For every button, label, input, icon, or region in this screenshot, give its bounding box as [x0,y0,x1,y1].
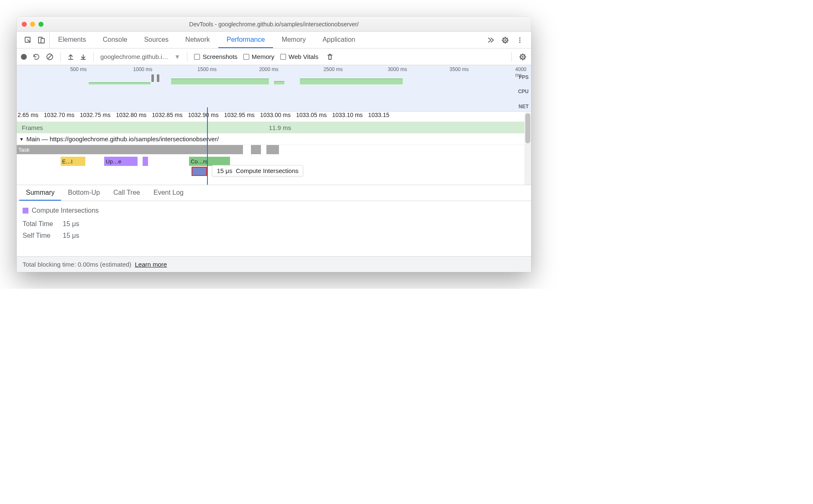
tab-console[interactable]: Console [95,32,136,48]
maximize-icon[interactable] [38,22,43,27]
frames-row[interactable]: Frames 11.9 ms [17,122,531,133]
devtools-tabstrip: Elements Console Sources Network Perform… [17,32,531,48]
svg-point-4 [519,39,520,41]
flame-task[interactable]: Task [17,145,243,154]
memory-checkbox[interactable]: Memory [243,53,274,60]
svg-rect-2 [41,38,44,43]
traffic-lights [17,22,49,27]
tab-performance[interactable]: Performance [218,32,274,48]
main-thread-label: Main — https://googlechrome.github.io/sa… [26,135,219,143]
net-label: NET [519,104,531,109]
frames-label: Frames [17,124,48,131]
trash-icon[interactable] [327,53,333,61]
flame-event[interactable]: Co…rs [189,157,230,166]
kebab-menu-icon[interactable] [516,36,524,44]
summary-event-name: Compute Intersections [32,207,99,214]
device-toggle-icon[interactable] [38,36,45,44]
tab-application[interactable]: Application [314,32,363,48]
inspect-icon[interactable] [24,36,32,44]
overview-pane[interactable]: 500 ms 1000 ms 1500 ms 2000 ms 2500 ms 3… [17,65,531,112]
gear-icon[interactable] [519,53,527,61]
main-thread-header[interactable]: ▼ Main — https://googlechrome.github.io/… [17,133,531,145]
minimize-icon[interactable] [30,22,35,27]
performance-toolbar: googlechrome.github.i… ▼ Screenshots Mem… [17,48,531,65]
footer-bar: Total blocking time: 0.00ms (estimated) … [17,256,531,272]
tab-sources[interactable]: Sources [136,32,177,48]
disclosure-triangle-icon[interactable]: ▼ [19,137,24,142]
tab-event-log[interactable]: Event Log [147,185,190,201]
summary-panel: Compute Intersections Total Time15 μs Se… [17,201,531,256]
detail-ruler: 2.65 ms1032.70 ms1032.75 ms1032.80 ms103… [17,112,531,122]
tab-memory[interactable]: Memory [273,32,314,48]
self-time-value: 15 μs [63,232,79,239]
cpu-label: CPU [518,89,531,94]
tab-elements[interactable]: Elements [50,32,95,48]
flame-chart[interactable]: Task E…l Up…e Co…rs 15 μs Compute Inters… [17,145,531,185]
gear-icon[interactable] [501,36,509,44]
webvitals-checkbox[interactable]: Web Vitals [280,53,318,60]
flame-task[interactable] [251,145,261,154]
tab-network[interactable]: Network [177,32,218,48]
scrollbar-thumb[interactable] [525,113,530,143]
devtools-window: DevTools - googlechrome.github.io/sample… [17,17,531,272]
close-icon[interactable] [22,22,27,27]
screenshots-checkbox[interactable]: Screenshots [194,53,237,60]
detail-tabs: Summary Bottom-Up Call Tree Event Log [17,185,531,201]
self-time-label: Self Time [23,232,57,239]
profile-selector[interactable]: googlechrome.github.i… [100,53,169,60]
flame-event[interactable] [143,157,148,166]
total-time-label: Total Time [23,220,57,228]
overview-ruler: 500 ms 1000 ms 1500 ms 2000 ms 2500 ms 3… [17,65,531,74]
chevron-right-icon[interactable] [487,36,494,44]
reload-icon[interactable] [33,53,40,61]
flame-event[interactable]: Up…e [104,157,138,166]
flame-tooltip: 15 μs Compute Intersections [212,165,303,176]
svg-point-5 [519,41,520,43]
tab-call-tree[interactable]: Call Tree [107,185,147,201]
clear-icon[interactable] [46,53,54,61]
tab-bottom-up[interactable]: Bottom-Up [61,185,106,201]
flame-event[interactable]: E…l [61,157,85,166]
total-time-value: 15 μs [63,220,79,228]
event-color-swatch [23,208,28,214]
flame-event-selected[interactable] [192,167,207,176]
learn-more-link[interactable]: Learn more [135,261,167,268]
download-icon[interactable] [80,53,87,60]
upload-icon[interactable] [67,53,74,60]
flame-task[interactable] [266,145,279,154]
titlebar: DevTools - googlechrome.github.io/sample… [17,17,531,32]
window-title: DevTools - googlechrome.github.io/sample… [17,21,531,28]
playhead-line [207,107,208,185]
record-button[interactable] [21,54,27,60]
svg-point-3 [519,37,520,38]
frames-value: 11.9 ms [269,124,291,131]
tab-summary[interactable]: Summary [19,185,61,201]
blocking-time-text: Total blocking time: 0.00ms (estimated) [23,261,131,268]
